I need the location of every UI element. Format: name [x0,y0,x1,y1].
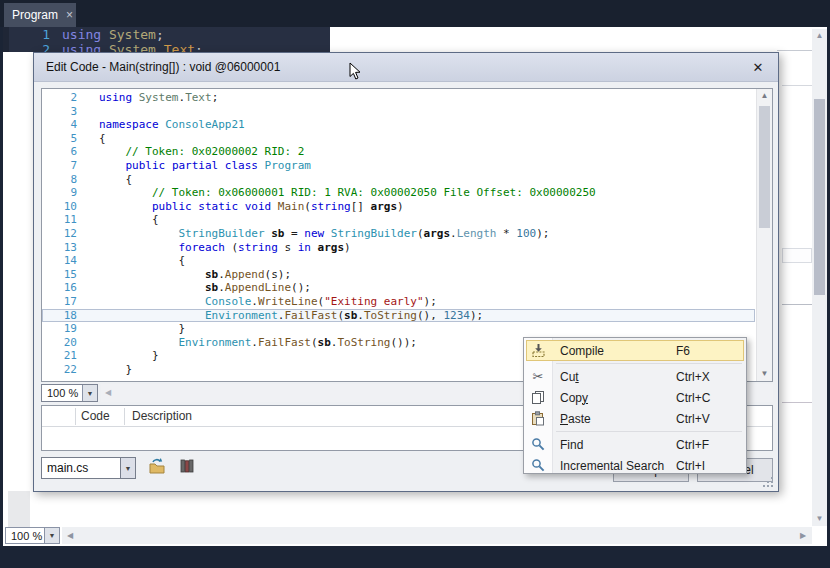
menu-item-compile[interactable]: CompileF6 [526,340,744,361]
editor-zoom-combobox[interactable]: 100 % ▼ [41,384,98,402]
menu-item-label: Cut [560,370,579,384]
code-text: { [99,132,106,145]
code-line: 2using System.Text; [3,42,330,52]
line-number: 22 [42,363,92,377]
line-number: 5 [42,132,92,146]
dialog-title: Edit Code - Main(string[]) : void @06000… [46,60,280,74]
menu-item-find[interactable]: FindCtrl+F [524,434,746,455]
code-line: 4namespace ConsoleApp21 [42,118,755,132]
assembly-references-button[interactable] [177,458,197,478]
code-line: 16 sb.AppendLine(); [42,281,755,295]
menu-item-incremental-search[interactable]: Incremental SearchCtrl+I [524,455,746,476]
code-line: 15 sb.Append(s); [42,268,755,282]
menu-item-shortcut: Ctrl+X [676,370,710,384]
line-number: 2 [42,91,92,105]
code-text: Environment.FailFast(sb.ToString(), 1234… [99,309,483,322]
line-number: 21 [42,349,92,363]
code-text: } [99,322,185,335]
menu-separator [556,431,742,432]
scroll-thumb[interactable] [814,99,825,295]
line-number: 6 [42,145,92,159]
line-number: 12 [42,227,92,241]
code-line: 14 { [42,254,755,268]
code-text: StringBuilder sb = new StringBuilder(arg… [99,227,549,240]
resize-grip[interactable] [761,475,773,487]
menu-item-label: Paste [560,412,591,426]
copy-icon [530,390,546,406]
chevron-down-icon[interactable]: ▼ [120,458,135,478]
code-text: // Token: 0x06000001 RID: 1 RVA: 0x00002… [99,186,596,199]
code-text: sb.Append(s); [99,268,291,281]
file-combobox-value: main.cs [42,461,120,475]
main-vertical-scrollbar[interactable]: ▲ ▼ [812,29,827,526]
file-combobox[interactable]: main.cs ▼ [41,457,136,479]
code-line: 7 public partial class Program [42,159,755,173]
scroll-left-icon[interactable]: ◀ [67,532,73,540]
background-artifact [782,248,812,263]
scroll-down-icon[interactable]: ▼ [812,515,827,523]
menu-item-shortcut: Ctrl+F [676,438,709,452]
incremental-search-icon [530,458,546,474]
editor-vertical-scrollbar[interactable]: ▲ ▼ [756,89,772,381]
line-number: 7 [42,159,92,173]
code-line: 8 { [42,173,755,187]
tab-label: Program [12,8,58,22]
menu-item-label: Compile [560,344,604,358]
code-text: { [99,213,159,226]
line-number: 11 [42,213,92,227]
code-text: { [99,254,185,267]
tab-program[interactable]: Program × [4,3,76,27]
main-zoom-combobox[interactable]: 100 % ▼ [5,527,60,544]
find-icon [530,437,546,453]
background-artifact [782,402,813,403]
code-line: 13 foreach (string s in args) [42,241,755,255]
tab-close-icon[interactable]: × [66,9,73,21]
indicator-margin [8,491,30,527]
main-zoom-value: 100 % [6,530,44,542]
scroll-right-icon[interactable]: ▶ [800,532,806,540]
main-horizontal-scrollbar[interactable]: ◀ ▶ [62,527,812,544]
dialog-titlebar[interactable]: Edit Code - Main(string[]) : void @06000… [34,53,778,82]
line-number: 9 [42,186,92,200]
chevron-down-icon[interactable]: ▼ [82,385,97,401]
code-line: 5{ [42,132,755,146]
line-number: 2 [3,42,55,52]
line-number: 17 [42,295,92,309]
code-text: public partial class Program [99,159,311,172]
code-line: 11 { [42,213,755,227]
code-line: 10 public static void Main(string[] args… [42,200,755,214]
code-line: 18 Environment.FailFast(sb.ToString(), 1… [42,309,755,323]
code-text: public static void Main(string[] args) [99,200,404,213]
scroll-up-icon[interactable]: ▲ [757,92,772,100]
code-line: 19 } [42,322,755,336]
scroll-up-icon[interactable]: ▲ [812,32,827,40]
column-header-code: Code [81,409,110,423]
chevron-down-icon[interactable]: ▼ [44,528,59,543]
line-number: 8 [42,173,92,187]
code-line: 9 // Token: 0x06000001 RID: 1 RVA: 0x000… [42,186,755,200]
code-line: 3 [42,105,755,119]
add-document-button[interactable] [147,458,167,478]
line-number: 19 [42,322,92,336]
dialog-close-icon[interactable]: ✕ [746,57,770,77]
line-number: 14 [42,254,92,268]
column-header-description: Description [132,409,192,423]
line-number: 1 [3,27,55,42]
code-text: } [99,349,159,362]
menu-item-shortcut: Ctrl+V [676,412,710,426]
code-text: using System.Text; [62,42,203,52]
scroll-left-icon[interactable]: ◀ [105,389,111,397]
code-text: { [99,173,132,186]
menu-item-shortcut: F6 [676,344,690,358]
main-code-view[interactable]: 1using System;2using System.Text; [3,27,330,52]
scroll-thumb[interactable] [759,106,770,228]
line-number: 10 [42,200,92,214]
menu-item-cut[interactable]: ✂CutCtrl+X [524,366,746,387]
menu-item-copy[interactable]: CopyCtrl+C [524,387,746,408]
menu-item-label: Find [560,438,583,452]
line-number: 4 [42,118,92,132]
scroll-down-icon[interactable]: ▼ [757,370,772,378]
menu-item-paste[interactable]: PasteCtrl+V [524,408,746,429]
tab-bar: Program × [0,0,830,27]
breakpoint-margin [3,27,9,52]
